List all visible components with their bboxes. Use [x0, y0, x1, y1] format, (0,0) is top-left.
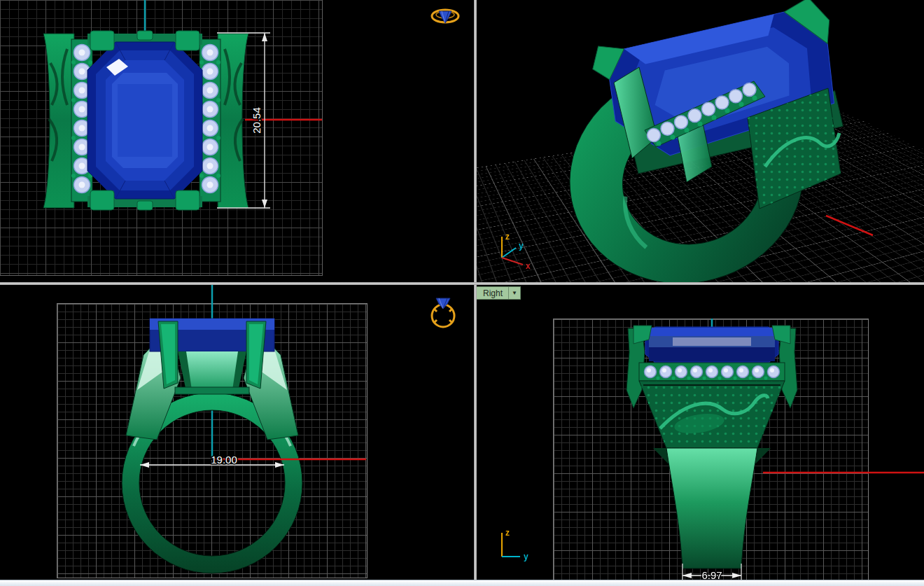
right-view-canvas: 6.97 z y: [477, 285, 924, 580]
y-axis-label: y: [519, 241, 524, 251]
viewport-tab-label[interactable]: Right: [477, 287, 508, 299]
viewport-tab-dropdown-icon[interactable]: ▼: [508, 287, 520, 299]
axis-gizmo-right: z y: [502, 528, 528, 561]
y-axis-label: y: [524, 552, 528, 561]
status-bar: [0, 580, 924, 586]
x-axis-line: [826, 216, 873, 235]
center-stone-top-view[interactable]: [88, 42, 202, 199]
carved-side-panel: [639, 381, 785, 448]
ring-gem-tilted-icon: [428, 4, 462, 28]
viewport-perspective[interactable]: z y x: [477, 0, 924, 282]
dimension-value: 20.54: [251, 107, 262, 134]
matrix-cad-workspace: 20.54: [0, 0, 924, 586]
viewport-top-view[interactable]: 20.54: [0, 0, 474, 282]
x-axis-label: x: [526, 261, 531, 271]
viewport-divider-horizontal[interactable]: [0, 282, 924, 285]
dimension-value: 19.00: [211, 454, 237, 466]
dimension-value: 6.97: [701, 569, 722, 580]
front-view-canvas: 19.00: [0, 285, 474, 580]
melee-diamond-row: [639, 363, 785, 381]
z-axis-label: z: [505, 232, 510, 242]
ring-model-perspective[interactable]: [545, 0, 853, 282]
axis-gizmo-perspective: z y x: [502, 232, 531, 271]
z-axis-label: z: [505, 528, 510, 538]
dimension-annotation-diameter: 19.00: [140, 454, 284, 468]
viewport-front-view[interactable]: 19.00: [0, 285, 474, 580]
viewport-tab-right[interactable]: Right ▼: [477, 286, 521, 300]
top-view-canvas: 20.54: [0, 0, 474, 282]
ring-model-top-view[interactable]: [43, 31, 248, 210]
ring-model-right-view[interactable]: [626, 326, 797, 568]
viewport-right-view[interactable]: 6.97 z y Right ▼: [477, 285, 924, 580]
perspective-canvas: z y x: [477, 0, 924, 282]
center-stone-right-view[interactable]: [645, 327, 778, 363]
ring-gem-front-icon: [426, 295, 461, 329]
